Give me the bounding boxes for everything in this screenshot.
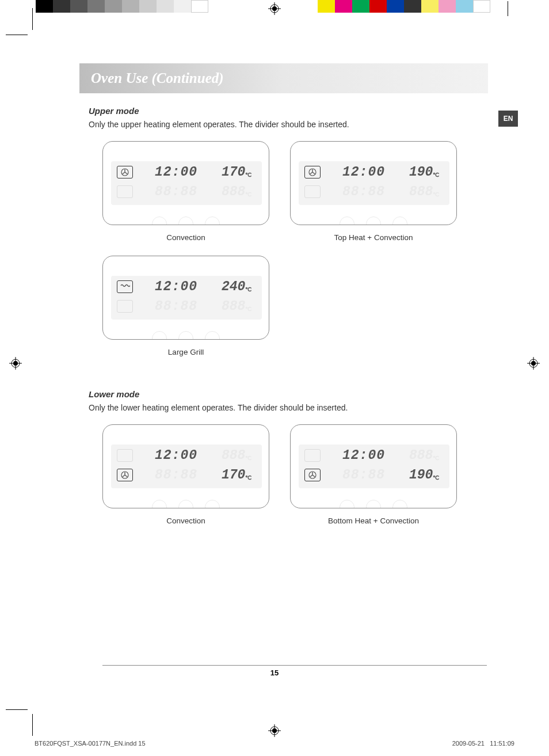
display-temp: 170℃ [222,165,251,180]
display-temp-ghost: 888℃ [222,448,251,463]
mode-icon-ghost [117,300,133,313]
display-time: 12:00 [155,448,197,463]
oven-display-panel: 12:00 240℃ 88:88 888℃ [102,256,269,340]
lower-mode-section: Lower mode Only the lower heating elemen… [89,389,491,525]
mode-icon-ghost [304,449,321,462]
section-title-banner: Oven Use (Continued) [79,63,488,93]
mode-icon-ghost [117,449,133,462]
display-temp: 170℃ [222,468,251,483]
fan-icon [117,166,133,178]
crop-mark [6,35,28,35]
registration-mark-icon [527,357,540,370]
display-temp-ghost: 888℃ [409,448,439,463]
lower-display-convection: 12:00 888℃ 88:88 170℃ Convection [102,424,269,525]
registration-mark-icon [268,724,281,737]
display-time-ghost: 88:88 [155,184,197,199]
language-tab: EN [498,111,518,127]
display-time-ghost: 88:88 [155,299,197,314]
lower-display-bottomheat-convection: 12:00 888℃ 88:88 190℃ Bottom Heat + Conv… [290,424,457,525]
display-time-ghost: 88:88 [155,468,197,483]
display-temp-ghost: 888℃ [409,184,439,199]
display-caption: Large Grill [168,348,204,356]
oven-display-panel: 12:00 170℃ 88:88 888℃ [102,141,269,225]
lower-mode-heading: Lower mode [89,389,491,399]
display-caption: Bottom Heat + Convection [328,516,419,525]
display-temp: 190℃ [409,468,439,483]
fan-icon [117,469,133,481]
display-temp-ghost: 888℃ [222,184,251,199]
display-time: 12:00 [155,279,197,294]
display-caption: Convection [166,516,205,525]
registration-mark-icon [268,2,281,15]
display-time: 12:00 [342,448,385,463]
display-time: 12:00 [155,165,197,180]
footer-filename: BT620FQST_XSA-00177N_EN.indd 15 [35,740,146,747]
footer-datetime: 2009-05-21 11:51:09 [452,740,514,747]
page-number: 15 [35,668,514,677]
display-time: 12:00 [342,165,385,180]
crop-mark [6,709,28,710]
crop-mark [32,8,33,30]
upper-mode-section: Upper mode Only the upper heating elemen… [89,106,491,356]
oven-display-panel: 12:00 190℃ 88:88 888℃ [290,141,457,225]
knob-row [103,331,269,340]
registration-mark-icon [9,357,22,370]
color-swatches [318,0,490,13]
upper-display-convection: 12:00 170℃ 88:88 888℃ Convection [102,141,269,242]
mode-icon-ghost [304,185,321,198]
fan-icon [304,166,321,178]
display-time-ghost: 88:88 [342,184,385,199]
section-title: Oven Use (Continued) [91,70,224,86]
footer-metadata: BT620FQST_XSA-00177N_EN.indd 15 2009-05-… [35,740,514,747]
knob-row [291,500,456,508]
knob-row [103,216,269,225]
lower-mode-text: Only the lower heating element operates.… [89,402,491,414]
crop-mark [32,714,33,736]
knob-row [291,216,456,225]
display-temp-ghost: 888℃ [222,299,251,314]
upper-mode-text: Only the upper heating element operates.… [89,119,491,131]
grill-icon [117,280,133,293]
gray-swatches [36,0,208,13]
fan-icon [304,469,321,481]
display-temp: 190℃ [409,165,439,180]
page-content: Oven Use (Continued) EN Upper mode Only … [35,35,514,714]
mode-icon-ghost [117,185,133,198]
oven-display-panel: 12:00 888℃ 88:88 190℃ [290,424,457,508]
knob-row [103,500,269,508]
crop-mark [508,1,508,16]
upper-display-topheat-convection: 12:00 190℃ 88:88 888℃ Top Heat + Convect… [290,141,457,242]
display-caption: Convection [166,233,205,242]
oven-display-panel: 12:00 888℃ 88:88 170℃ [102,424,269,508]
footer-divider [102,665,487,666]
upper-display-large-grill: 12:00 240℃ 88:88 888℃ Large Grill [102,256,269,356]
display-time-ghost: 88:88 [342,468,385,483]
display-temp: 240℃ [222,279,251,294]
upper-mode-heading: Upper mode [89,106,491,116]
display-caption: Top Heat + Convection [334,233,413,242]
